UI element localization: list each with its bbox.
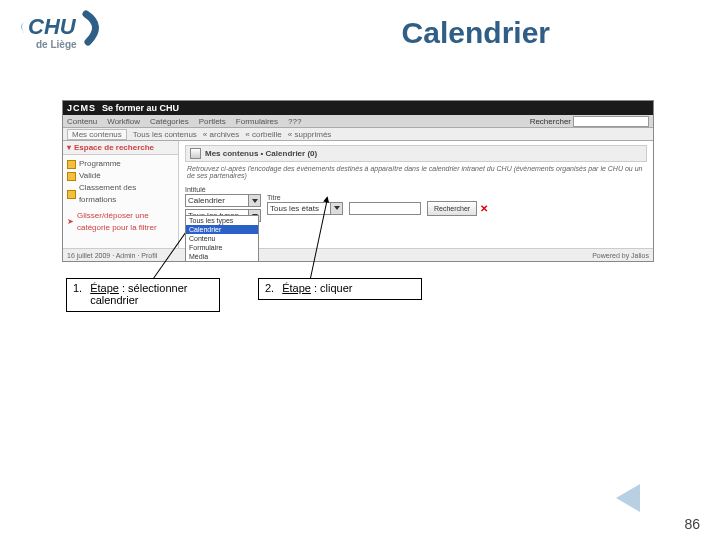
top-search-input[interactable] <box>573 116 649 127</box>
app-brand: JCMS <box>67 103 96 113</box>
menu-item[interactable]: Workflow <box>107 117 140 126</box>
page-title: Calendrier <box>402 16 550 50</box>
dropdown-option[interactable]: Contenu <box>186 234 258 243</box>
select-value: Calendrier <box>188 196 225 205</box>
menu-item[interactable]: Catégories <box>150 117 189 126</box>
tree-item-note: ➤Glisser/déposer une catégorie pour la f… <box>67 210 174 234</box>
tab-item[interactable]: « archives <box>203 130 239 139</box>
info-icon: ➤ <box>67 216 74 228</box>
callout-2: 2. Étape : cliquer <box>258 278 422 300</box>
page-number: 86 <box>684 516 700 532</box>
filter-label: Titre <box>267 194 343 201</box>
chevron-down-icon <box>330 203 342 214</box>
state-select[interactable]: Tous les états <box>267 202 343 215</box>
dropdown-option[interactable]: Média <box>186 252 258 261</box>
logo-sub: de Liège <box>36 39 77 50</box>
type-select[interactable]: Calendrier <box>185 194 261 207</box>
app-tabs: Mes contenus Tous les contenus « archive… <box>63 128 653 141</box>
main-description: Retrouvez ci-après l'encodage des évènem… <box>185 162 647 182</box>
callout-1: 1. Étape : sélectionner calendrier <box>66 278 220 312</box>
tree-item[interactable]: Validé <box>67 170 174 182</box>
breadcrumb: Mes contenus • Calendrier (0) <box>185 145 647 162</box>
sidebar: ▾ Espace de recherche Programme Validé C… <box>63 141 179 262</box>
status-right: Powered by Jalios <box>592 252 649 259</box>
tree-item-label: Classement des formations <box>79 182 174 206</box>
clear-icon[interactable]: ✕ <box>480 203 488 214</box>
menu-item[interactable]: Contenu <box>67 117 97 126</box>
dropdown-option[interactable]: Calendrier <box>186 225 258 234</box>
tree-item-label: Validé <box>79 170 101 182</box>
menu-item[interactable]: Formulaires <box>236 117 278 126</box>
callout-number: 2. <box>265 282 274 294</box>
search-button[interactable]: Rechercher <box>427 201 477 216</box>
top-search: Rechercher <box>530 115 649 127</box>
select-value: Tous les états <box>270 204 319 213</box>
chu-logo: CHU de Liège <box>18 8 108 52</box>
callout-number: 1. <box>73 282 82 306</box>
sidebar-tree: Programme Validé Classement des formatio… <box>63 155 178 237</box>
type-dropdown-list: Tous les types Calendrier Contenu Formul… <box>185 215 259 262</box>
app-main: Mes contenus • Calendrier (0) Retrouvez … <box>179 141 653 262</box>
folder-icon <box>67 190 76 199</box>
app-header: JCMS Se former au CHU <box>63 101 653 115</box>
title-input[interactable] <box>349 202 421 215</box>
previous-slide-button[interactable] <box>616 484 640 512</box>
dropdown-option[interactable]: Tous les types <box>186 216 258 225</box>
tab-active[interactable]: Mes contenus <box>67 129 127 140</box>
tree-item[interactable]: Programme <box>67 158 174 170</box>
breadcrumb-label: Mes contenus • Calendrier (0) <box>205 149 317 158</box>
sidebar-header: ▾ Espace de recherche <box>63 141 178 155</box>
spacer <box>349 194 421 201</box>
chevron-down-icon: ▾ <box>67 143 71 152</box>
tree-note-label: Glisser/déposer une catégorie pour la fi… <box>77 210 174 234</box>
chevron-down-icon <box>248 195 260 206</box>
callout-text: Étape : sélectionner calendrier <box>90 282 213 306</box>
top-search-label: Rechercher <box>530 117 571 126</box>
tab-item[interactable]: Tous les contenus <box>133 130 197 139</box>
tree-item-label: Programme <box>79 158 121 170</box>
logo-main: CHU <box>28 14 77 39</box>
filter-label: Intitulé <box>185 186 261 193</box>
document-icon <box>190 148 201 159</box>
menu-item[interactable]: Portlets <box>199 117 226 126</box>
tab-item[interactable]: « supprimés <box>288 130 332 139</box>
app-screenshot: JCMS Se former au CHU Rechercher Contenu… <box>62 100 654 262</box>
dropdown-option[interactable]: Formulaire <box>186 243 258 252</box>
status-left: 16 juillet 2009 · Admin · Profil <box>67 252 157 259</box>
app-header-title: Se former au CHU <box>102 103 179 113</box>
callout-text: Étape : cliquer <box>282 282 352 294</box>
spacer <box>427 193 488 200</box>
status-bar: 16 juillet 2009 · Admin · Profil Powered… <box>63 248 653 261</box>
menu-item[interactable]: ??? <box>288 117 301 126</box>
sidebar-header-label: Espace de recherche <box>74 143 154 152</box>
tree-item[interactable]: Classement des formations <box>67 182 174 206</box>
folder-icon <box>67 172 76 181</box>
tab-item[interactable]: « corbeille <box>245 130 281 139</box>
folder-icon <box>67 160 76 169</box>
